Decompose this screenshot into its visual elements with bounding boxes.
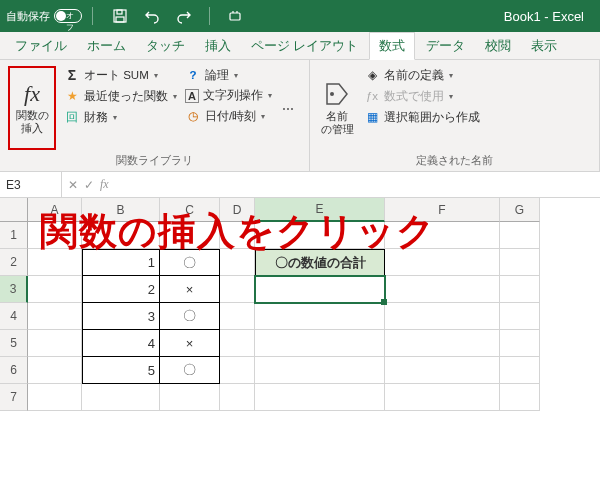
redo-icon[interactable] xyxy=(175,7,193,25)
use-in-formula-button[interactable]: ƒx数式で使用▾ xyxy=(362,87,482,105)
cell[interactable] xyxy=(160,222,220,249)
cell[interactable] xyxy=(28,276,82,303)
cell[interactable] xyxy=(385,330,500,357)
touch-mode-icon[interactable] xyxy=(226,7,244,25)
active-cell[interactable] xyxy=(255,276,385,303)
cell[interactable] xyxy=(385,303,500,330)
cell[interactable] xyxy=(220,330,255,357)
tab-page-layout[interactable]: ページ レイアウト xyxy=(242,33,367,59)
autosave-toggle[interactable]: 自動保存 オフ xyxy=(6,9,82,24)
cell[interactable] xyxy=(500,384,540,411)
datetime-button[interactable]: ◷日付/時刻▾ xyxy=(183,107,274,125)
tab-insert[interactable]: 挿入 xyxy=(196,33,240,59)
cell[interactable] xyxy=(28,222,82,249)
tab-touch[interactable]: タッチ xyxy=(137,33,194,59)
cell[interactable] xyxy=(28,330,82,357)
cell[interactable]: 〇 xyxy=(160,249,220,276)
cell[interactable] xyxy=(220,357,255,384)
cell[interactable]: 1 xyxy=(82,249,160,276)
cell[interactable] xyxy=(220,276,255,303)
save-icon[interactable] xyxy=(111,7,129,25)
col-header-A[interactable]: A xyxy=(28,198,82,222)
cell[interactable]: × xyxy=(160,276,220,303)
cell[interactable] xyxy=(255,303,385,330)
row-header-7[interactable]: 7 xyxy=(0,384,28,411)
row-header-2[interactable]: 2 xyxy=(0,249,28,276)
logical-button[interactable]: ?論理▾ xyxy=(183,66,274,84)
col-header-E[interactable]: E xyxy=(255,198,385,222)
col-header-C[interactable]: C xyxy=(160,198,220,222)
create-from-selection-button[interactable]: ▦選択範囲から作成 xyxy=(362,108,482,126)
cancel-icon[interactable]: ✕ xyxy=(68,178,78,192)
tab-formulas[interactable]: 数式 xyxy=(369,32,415,60)
cell[interactable] xyxy=(500,222,540,249)
spreadsheet-grid[interactable]: A B C D E F G 1 2 1 〇 〇の数値の合計 3 2 × 4 3 … xyxy=(0,198,600,411)
row-header-3[interactable]: 3 xyxy=(0,276,28,303)
cell[interactable] xyxy=(385,384,500,411)
cell[interactable] xyxy=(28,249,82,276)
cell[interactable] xyxy=(255,330,385,357)
select-all-corner[interactable] xyxy=(0,198,28,222)
define-name-button[interactable]: ◈名前の定義▾ xyxy=(362,66,482,84)
enter-icon[interactable]: ✓ xyxy=(84,178,94,192)
group-label-defined-names: 定義された名前 xyxy=(310,152,599,171)
text-button[interactable]: A文字列操作▾ xyxy=(183,87,274,104)
tab-view[interactable]: 表示 xyxy=(522,33,566,59)
autosum-button[interactable]: Σオート SUM▾ xyxy=(62,66,179,84)
name-manager-button[interactable]: 名前 の管理 xyxy=(316,64,358,152)
cell[interactable]: 〇 xyxy=(160,357,220,384)
cell[interactable] xyxy=(500,276,540,303)
tab-review[interactable]: 校閲 xyxy=(476,33,520,59)
cell[interactable] xyxy=(28,357,82,384)
cell[interactable]: × xyxy=(160,330,220,357)
cell[interactable] xyxy=(160,384,220,411)
cell[interactable] xyxy=(500,330,540,357)
cell[interactable] xyxy=(385,357,500,384)
recent-functions-button[interactable]: ★最近使った関数▾ xyxy=(62,87,179,105)
row-header-5[interactable]: 5 xyxy=(0,330,28,357)
cell[interactable] xyxy=(255,222,385,249)
insert-function-button[interactable]: fx 関数の 挿入 xyxy=(8,66,56,150)
cell[interactable] xyxy=(220,303,255,330)
cell[interactable] xyxy=(500,357,540,384)
dots-icon: ⋯ xyxy=(280,101,296,117)
cell[interactable] xyxy=(500,249,540,276)
chevron-down-icon: ▾ xyxy=(449,92,453,101)
tab-file[interactable]: ファイル xyxy=(6,33,76,59)
cell[interactable] xyxy=(220,249,255,276)
cell[interactable] xyxy=(28,303,82,330)
more-functions-button[interactable]: ⋯ xyxy=(278,100,298,118)
cell[interactable]: 2 xyxy=(82,276,160,303)
cell[interactable]: 〇 xyxy=(160,303,220,330)
cell[interactable]: 4 xyxy=(82,330,160,357)
cell[interactable] xyxy=(255,384,385,411)
cell[interactable]: 〇の数値の合計 xyxy=(255,249,385,276)
cell[interactable] xyxy=(255,357,385,384)
cell[interactable] xyxy=(28,384,82,411)
cell[interactable] xyxy=(385,222,500,249)
cell[interactable]: 5 xyxy=(82,357,160,384)
row-header-1[interactable]: 1 xyxy=(0,222,28,249)
fx-icon[interactable]: fx xyxy=(100,177,109,192)
tab-data[interactable]: データ xyxy=(417,33,474,59)
col-header-G[interactable]: G xyxy=(500,198,540,222)
toggle-switch[interactable]: オフ xyxy=(54,9,82,23)
financial-button[interactable]: 回財務▾ xyxy=(62,108,179,126)
workbook-title: Book1 - Excel xyxy=(504,9,584,24)
row-header-6[interactable]: 6 xyxy=(0,357,28,384)
col-header-B[interactable]: B xyxy=(82,198,160,222)
cell[interactable] xyxy=(385,249,500,276)
undo-icon[interactable] xyxy=(143,7,161,25)
col-header-D[interactable]: D xyxy=(220,198,255,222)
tab-home[interactable]: ホーム xyxy=(78,33,135,59)
cell[interactable] xyxy=(82,222,160,249)
cell[interactable] xyxy=(220,384,255,411)
cell[interactable] xyxy=(82,384,160,411)
row-header-4[interactable]: 4 xyxy=(0,303,28,330)
cell[interactable] xyxy=(500,303,540,330)
cell[interactable]: 3 xyxy=(82,303,160,330)
name-box[interactable]: E3 xyxy=(0,172,62,197)
col-header-F[interactable]: F xyxy=(385,198,500,222)
cell[interactable] xyxy=(220,222,255,249)
cell[interactable] xyxy=(385,276,500,303)
